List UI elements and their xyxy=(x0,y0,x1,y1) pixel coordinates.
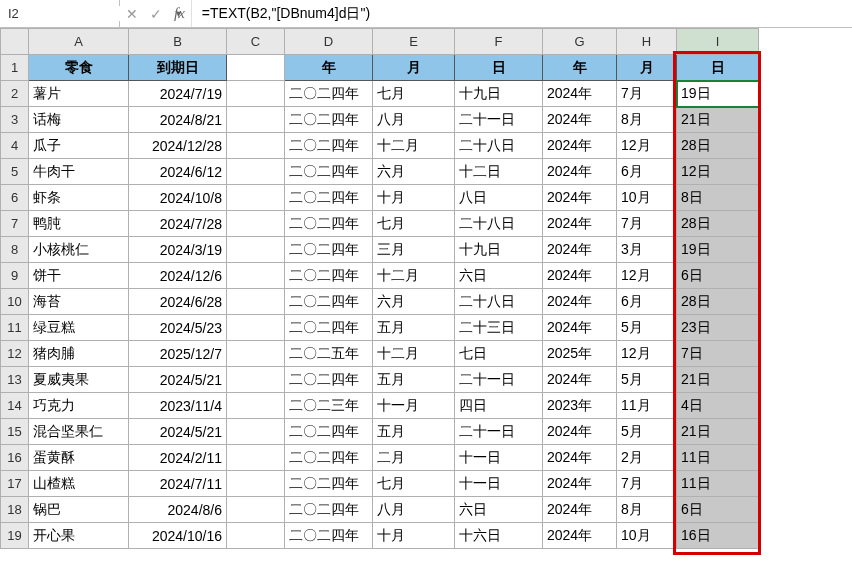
cell-D18[interactable]: 二〇二四年 xyxy=(285,497,373,523)
cell-G8[interactable]: 2024年 xyxy=(543,237,617,263)
row-header-5[interactable]: 5 xyxy=(1,159,29,185)
cell-C1[interactable] xyxy=(227,55,285,81)
cell-G14[interactable]: 2023年 xyxy=(543,393,617,419)
cell-H18[interactable]: 8月 xyxy=(617,497,677,523)
name-box-wrap[interactable]: ▾ xyxy=(0,0,120,27)
cell-B2[interactable]: 2024/7/19 xyxy=(129,81,227,107)
cell-E17[interactable]: 七月 xyxy=(373,471,455,497)
cell-B15[interactable]: 2024/5/21 xyxy=(129,419,227,445)
row-header-16[interactable]: 16 xyxy=(1,445,29,471)
cell-I1[interactable]: 日 xyxy=(677,55,759,81)
cell-F5[interactable]: 十二日 xyxy=(455,159,543,185)
row-header-6[interactable]: 6 xyxy=(1,185,29,211)
cell-B10[interactable]: 2024/6/28 xyxy=(129,289,227,315)
col-header-A[interactable]: A xyxy=(29,29,129,55)
cell-B5[interactable]: 2024/6/12 xyxy=(129,159,227,185)
cell-A13[interactable]: 夏威夷果 xyxy=(29,367,129,393)
cell-H2[interactable]: 7月 xyxy=(617,81,677,107)
cell-F19[interactable]: 十六日 xyxy=(455,523,543,549)
cell-E8[interactable]: 三月 xyxy=(373,237,455,263)
cell-I6[interactable]: 8日 xyxy=(677,185,759,211)
cell-C15[interactable] xyxy=(227,419,285,445)
col-header-I[interactable]: I xyxy=(677,29,759,55)
cell-H11[interactable]: 5月 xyxy=(617,315,677,341)
cell-E11[interactable]: 五月 xyxy=(373,315,455,341)
row-header-15[interactable]: 15 xyxy=(1,419,29,445)
cell-A3[interactable]: 话梅 xyxy=(29,107,129,133)
cell-I11[interactable]: 23日 xyxy=(677,315,759,341)
cell-D3[interactable]: 二〇二四年 xyxy=(285,107,373,133)
row-header-7[interactable]: 7 xyxy=(1,211,29,237)
cell-A12[interactable]: 猪肉脯 xyxy=(29,341,129,367)
cell-B19[interactable]: 2024/10/16 xyxy=(129,523,227,549)
cell-F18[interactable]: 六日 xyxy=(455,497,543,523)
cell-I19[interactable]: 16日 xyxy=(677,523,759,549)
cell-B16[interactable]: 2024/2/11 xyxy=(129,445,227,471)
cell-I17[interactable]: 11日 xyxy=(677,471,759,497)
cell-B6[interactable]: 2024/10/8 xyxy=(129,185,227,211)
cell-F6[interactable]: 八日 xyxy=(455,185,543,211)
cell-C12[interactable] xyxy=(227,341,285,367)
cell-F15[interactable]: 二十一日 xyxy=(455,419,543,445)
cell-F1[interactable]: 日 xyxy=(455,55,543,81)
cell-B8[interactable]: 2024/3/19 xyxy=(129,237,227,263)
row-header-1[interactable]: 1 xyxy=(1,55,29,81)
cell-I5[interactable]: 12日 xyxy=(677,159,759,185)
cell-G10[interactable]: 2024年 xyxy=(543,289,617,315)
cell-A2[interactable]: 薯片 xyxy=(29,81,129,107)
row-header-18[interactable]: 18 xyxy=(1,497,29,523)
cell-G17[interactable]: 2024年 xyxy=(543,471,617,497)
cell-F2[interactable]: 十九日 xyxy=(455,81,543,107)
cell-A9[interactable]: 饼干 xyxy=(29,263,129,289)
cell-G4[interactable]: 2024年 xyxy=(543,133,617,159)
cell-E7[interactable]: 七月 xyxy=(373,211,455,237)
cell-H4[interactable]: 12月 xyxy=(617,133,677,159)
cell-D16[interactable]: 二〇二四年 xyxy=(285,445,373,471)
row-header-13[interactable]: 13 xyxy=(1,367,29,393)
cell-E3[interactable]: 八月 xyxy=(373,107,455,133)
cell-A11[interactable]: 绿豆糕 xyxy=(29,315,129,341)
cell-G16[interactable]: 2024年 xyxy=(543,445,617,471)
cell-D15[interactable]: 二〇二四年 xyxy=(285,419,373,445)
cell-C18[interactable] xyxy=(227,497,285,523)
col-header-E[interactable]: E xyxy=(373,29,455,55)
cell-B7[interactable]: 2024/7/28 xyxy=(129,211,227,237)
cell-C16[interactable] xyxy=(227,445,285,471)
accept-icon[interactable]: ✓ xyxy=(150,7,162,21)
cell-D13[interactable]: 二〇二四年 xyxy=(285,367,373,393)
cell-C6[interactable] xyxy=(227,185,285,211)
cell-C8[interactable] xyxy=(227,237,285,263)
cell-I8[interactable]: 19日 xyxy=(677,237,759,263)
cell-B1[interactable]: 到期日 xyxy=(129,55,227,81)
cell-E15[interactable]: 五月 xyxy=(373,419,455,445)
cell-H12[interactable]: 12月 xyxy=(617,341,677,367)
row-header-10[interactable]: 10 xyxy=(1,289,29,315)
cell-H9[interactable]: 12月 xyxy=(617,263,677,289)
cell-C2[interactable] xyxy=(227,81,285,107)
cell-F17[interactable]: 十一日 xyxy=(455,471,543,497)
col-header-B[interactable]: B xyxy=(129,29,227,55)
row-header-3[interactable]: 3 xyxy=(1,107,29,133)
cell-F11[interactable]: 二十三日 xyxy=(455,315,543,341)
cell-F14[interactable]: 四日 xyxy=(455,393,543,419)
cell-D12[interactable]: 二〇二五年 xyxy=(285,341,373,367)
cell-A6[interactable]: 虾条 xyxy=(29,185,129,211)
cell-A16[interactable]: 蛋黄酥 xyxy=(29,445,129,471)
cell-F3[interactable]: 二十一日 xyxy=(455,107,543,133)
cell-I14[interactable]: 4日 xyxy=(677,393,759,419)
cell-C7[interactable] xyxy=(227,211,285,237)
cell-D7[interactable]: 二〇二四年 xyxy=(285,211,373,237)
cell-E16[interactable]: 二月 xyxy=(373,445,455,471)
cell-D14[interactable]: 二〇二三年 xyxy=(285,393,373,419)
cell-G19[interactable]: 2024年 xyxy=(543,523,617,549)
cell-E1[interactable]: 月 xyxy=(373,55,455,81)
cell-E9[interactable]: 十二月 xyxy=(373,263,455,289)
cell-H15[interactable]: 5月 xyxy=(617,419,677,445)
col-header-H[interactable]: H xyxy=(617,29,677,55)
cell-F4[interactable]: 二十八日 xyxy=(455,133,543,159)
cell-I3[interactable]: 21日 xyxy=(677,107,759,133)
cell-D17[interactable]: 二〇二四年 xyxy=(285,471,373,497)
cell-F9[interactable]: 六日 xyxy=(455,263,543,289)
cell-E14[interactable]: 十一月 xyxy=(373,393,455,419)
cell-F12[interactable]: 七日 xyxy=(455,341,543,367)
